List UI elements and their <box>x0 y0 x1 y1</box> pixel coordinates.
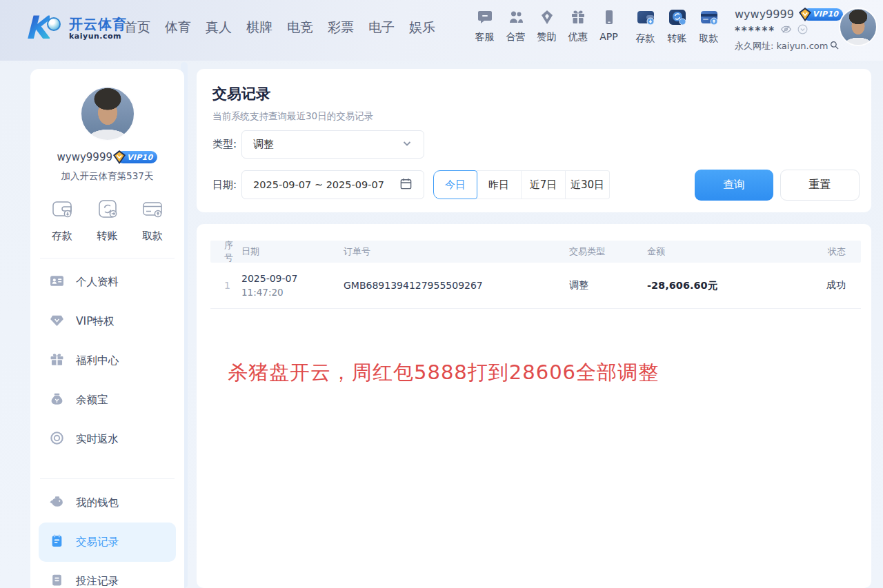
id-card-icon <box>50 274 64 291</box>
logo-title: 开云体育 <box>69 17 127 32</box>
sidebar-menu-primary: 个人资料 VIP特权 福利中心 余额宝 <box>30 258 184 463</box>
vip-level: VIP10 <box>813 10 838 19</box>
logo-text: 开云体育 kaiyun.com <box>69 17 127 41</box>
vip-badge: VIP10 <box>802 8 843 21</box>
money-bag-icon <box>50 392 64 409</box>
range-7days-button[interactable]: 近7日 <box>521 171 565 199</box>
cell-date-day: 2025-09-07 <box>241 273 297 284</box>
col-header-index: 序号 <box>210 239 241 264</box>
partners-button[interactable]: 合营 <box>500 9 531 43</box>
sidebar-item-label: 个人资料 <box>76 275 119 290</box>
page-title: 交易记录 <box>212 84 270 103</box>
gift-icon <box>50 352 64 369</box>
logo-icon: K <box>23 9 63 49</box>
range-today-button[interactable]: 今日 <box>433 170 477 199</box>
sidebar-item-profile[interactable]: 个人资料 <box>39 263 176 302</box>
range-30days-button[interactable]: 近30日 <box>565 171 609 199</box>
logo-domain: kaiyun.com <box>69 32 127 41</box>
deposit-button[interactable]: 存款 <box>630 8 661 45</box>
sidebar-item-wallet[interactable]: 我的钱包 <box>39 483 176 523</box>
withdraw-button[interactable]: 取款 <box>693 8 724 45</box>
reset-button[interactable]: 重置 <box>780 170 860 201</box>
sidebar-quick-actions: 存款 转账 取款 <box>30 195 184 243</box>
refresh-icon[interactable] <box>797 23 808 38</box>
join-days-text: 加入开云体育第537天 <box>30 170 184 183</box>
support-label: 客服 <box>475 31 495 43</box>
sponsor-label: 赞助 <box>537 31 557 43</box>
deposit-label: 存款 <box>636 32 655 45</box>
sidebar-item-label: 实时返水 <box>76 432 119 447</box>
type-filter-row: 类型: 调整 <box>212 130 424 159</box>
sidebar-deposit-label: 存款 <box>52 230 72 243</box>
sidebar-menu-secondary: 我的钱包 交易记录 投注记录 <box>30 479 184 588</box>
sidebar-item-welfare[interactable]: 福利中心 <box>39 341 176 381</box>
notebook-icon <box>50 534 64 551</box>
type-select[interactable]: 调整 <box>241 130 424 159</box>
logo-k-letter: K <box>25 10 50 45</box>
cell-order-no: GMB6891394127955509267 <box>344 280 569 291</box>
page: K 开云体育 kaiyun.com 首页 体育 真人 棋牌 电竞 彩票 电子 娱… <box>0 0 883 588</box>
sidebar-withdraw-button[interactable]: 取款 <box>139 195 166 243</box>
date-range-value: 2025-09-07 ~ 2025-09-07 <box>253 179 384 190</box>
vip-diamond-icon <box>111 149 128 165</box>
eye-off-icon[interactable] <box>780 23 792 38</box>
sidebar-item-vip[interactable]: VIP特权 <box>39 302 176 341</box>
phone-icon <box>601 9 617 28</box>
sidebar-item-transactions[interactable]: 交易记录 <box>39 523 176 562</box>
cell-amount: -28,606.60元 <box>647 279 814 292</box>
nav-lottery[interactable]: 彩票 <box>328 19 354 37</box>
sidebar-item-bets[interactable]: 投注记录 <box>39 562 176 588</box>
app-label: APP <box>599 31 617 42</box>
sidebar-username: wywy9999 <box>57 151 112 163</box>
sidebar-deposit-button[interactable]: 存款 <box>48 195 76 243</box>
cell-type: 调整 <box>569 279 647 292</box>
transfer-button[interactable]: 转账 <box>662 8 693 45</box>
football-icon <box>47 17 61 31</box>
wallet-tools: 存款 转账 取款 <box>630 8 724 45</box>
site-logo[interactable]: K 开云体育 kaiyun.com <box>23 9 127 49</box>
cell-status: 成功 <box>814 279 861 292</box>
query-button[interactable]: 查询 <box>695 170 773 201</box>
balance-mask: ****** <box>735 25 775 37</box>
sidebar-item-yuebao[interactable]: 余额宝 <box>39 381 176 420</box>
promo-button[interactable]: 优惠 <box>562 9 593 43</box>
range-yesterday-button[interactable]: 昨日 <box>477 171 521 199</box>
main-nav: 首页 体育 真人 棋牌 电竞 彩票 电子 娱乐 <box>124 19 435 37</box>
sidebar-item-label: 余额宝 <box>76 393 108 407</box>
date-range-input[interactable]: 2025-09-07 ~ 2025-09-07 <box>241 170 424 199</box>
sponsor-button[interactable]: 赞助 <box>531 9 562 43</box>
col-header-order: 订单号 <box>344 245 569 258</box>
sidebar-item-rebate[interactable]: 实时返水 <box>39 420 176 459</box>
gem-icon <box>50 313 64 330</box>
nav-live[interactable]: 真人 <box>206 19 232 37</box>
document-icon <box>50 573 64 588</box>
cell-date-time: 11:47:20 <box>241 287 284 298</box>
username: wywy9999 <box>735 8 794 21</box>
sidebar-item-label: 交易记录 <box>76 535 119 549</box>
deposit-icon <box>636 8 655 30</box>
nav-esports[interactable]: 电竞 <box>287 19 313 37</box>
col-header-date: 日期 <box>241 245 344 258</box>
profile-avatar[interactable] <box>80 86 135 141</box>
app-button[interactable]: APP <box>593 9 624 43</box>
user-avatar[interactable] <box>839 8 877 46</box>
nav-entertainment[interactable]: 娱乐 <box>409 19 435 37</box>
nav-sports[interactable]: 体育 <box>165 19 191 37</box>
sidebar-withdraw-label: 取款 <box>142 230 163 243</box>
nav-slots[interactable]: 电子 <box>368 19 395 37</box>
sidebar-transfer-button[interactable]: 转账 <box>94 195 121 243</box>
deposit-outline-icon <box>48 195 76 225</box>
support-button[interactable]: 客服 <box>469 9 500 43</box>
sidebar-item-label: 我的钱包 <box>76 496 119 510</box>
nav-home[interactable]: 首页 <box>124 19 150 37</box>
piggy-bank-icon <box>50 494 64 511</box>
cell-date: 2025-09-07 11:47:20 <box>241 272 344 300</box>
table-row[interactable]: 1 2025-09-07 11:47:20 GMB689139412795550… <box>210 263 861 309</box>
top-bar: K 开云体育 kaiyun.com 首页 体育 真人 棋牌 电竞 彩票 电子 娱… <box>0 0 883 61</box>
nav-chess[interactable]: 棋牌 <box>246 19 272 37</box>
vip-diamond-icon <box>797 6 813 23</box>
promo-label: 优惠 <box>568 31 588 43</box>
col-header-type: 交易类型 <box>569 245 647 258</box>
gift-icon <box>570 9 586 28</box>
table-header-row: 序号 日期 订单号 交易类型 金额 状态 <box>210 241 861 263</box>
